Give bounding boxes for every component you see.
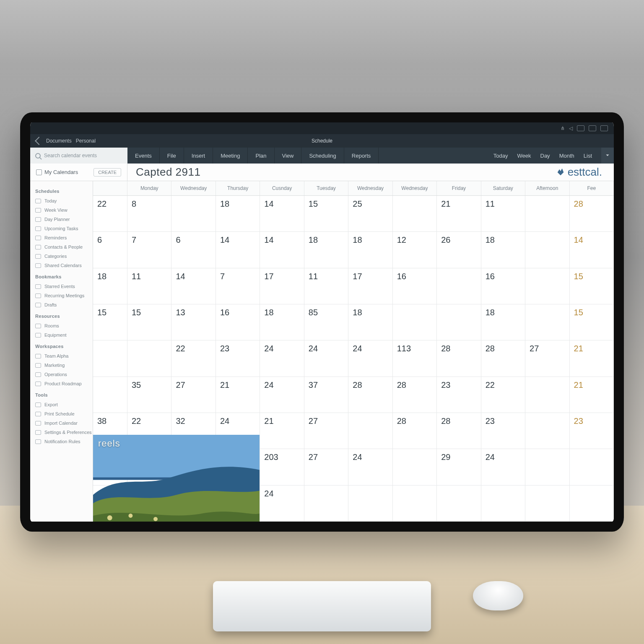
calendar-cell[interactable]: 28 bbox=[437, 340, 481, 377]
calendar-cell[interactable]: 14 bbox=[216, 232, 260, 268]
view-switch-list[interactable]: List bbox=[584, 153, 592, 159]
calendar-cell[interactable]: 28 bbox=[481, 340, 525, 377]
calendar-cell[interactable]: 14 bbox=[260, 232, 304, 268]
calendar-cell[interactable]: 28 bbox=[348, 377, 392, 413]
calendar-cell[interactable]: 18 bbox=[304, 232, 348, 268]
calendar-cell[interactable] bbox=[127, 340, 171, 377]
calendar-cell[interactable]: 18 bbox=[260, 304, 304, 340]
calendar-cell[interactable]: 14 bbox=[171, 268, 216, 304]
calendar-cell[interactable]: 28 bbox=[437, 413, 481, 449]
calendar-cell[interactable] bbox=[570, 449, 614, 485]
menu-tab-plan[interactable]: Plan bbox=[248, 148, 274, 164]
calendar-cell[interactable]: 12 bbox=[393, 232, 437, 268]
search-input[interactable]: Search calendar events bbox=[30, 148, 127, 164]
calendar-cell[interactable] bbox=[525, 196, 569, 232]
calendar-cell[interactable] bbox=[525, 377, 569, 413]
calendar-cell[interactable] bbox=[481, 486, 525, 522]
calendar-cell[interactable]: 203 bbox=[260, 449, 304, 485]
calendar-cell[interactable]: 22 bbox=[171, 340, 216, 377]
sidebar-item[interactable]: Export bbox=[30, 400, 93, 409]
calendar-cell[interactable] bbox=[393, 449, 437, 485]
calendar-cell[interactable]: 24 bbox=[348, 340, 392, 377]
sidebar-item[interactable]: Day Planner bbox=[30, 215, 93, 224]
calendar-cell[interactable] bbox=[171, 196, 216, 232]
calendar-cell[interactable]: 17 bbox=[260, 268, 304, 304]
calendar-cell[interactable]: 16 bbox=[393, 268, 437, 304]
calendar-cell[interactable]: 26 bbox=[437, 232, 481, 268]
sidebar-item[interactable]: Upcoming Tasks bbox=[30, 224, 93, 233]
calendar-cell[interactable]: 14 bbox=[260, 196, 304, 232]
calendar-cell[interactable]: 18 bbox=[93, 268, 127, 304]
calendar-cell[interactable]: 16 bbox=[481, 268, 525, 304]
sidebar-item[interactable]: Product Roadmap bbox=[30, 379, 93, 388]
view-switch-day[interactable]: Day bbox=[540, 153, 550, 159]
sidebar-item[interactable]: Week View bbox=[30, 205, 93, 215]
calendar-cell[interactable]: 23 bbox=[437, 377, 481, 413]
calendar-cell[interactable] bbox=[570, 486, 614, 522]
calendar-cell[interactable]: 24 bbox=[481, 449, 525, 485]
back-icon[interactable] bbox=[35, 137, 43, 145]
calendar-cell[interactable]: 15 bbox=[93, 304, 127, 340]
calendar-cell[interactable]: 23 bbox=[570, 413, 614, 449]
calendar-cell[interactable]: 13 bbox=[171, 304, 216, 340]
calendar-cell[interactable]: 11 bbox=[481, 196, 525, 232]
calendar-cell[interactable]: 15 bbox=[570, 268, 614, 304]
calendar-cell[interactable] bbox=[525, 304, 569, 340]
calendar-cell[interactable]: 21 bbox=[216, 377, 260, 413]
calendar-cell[interactable]: 21 bbox=[570, 377, 614, 413]
calendar-cell[interactable]: 24 bbox=[260, 486, 304, 522]
calendar-cell[interactable] bbox=[525, 232, 569, 268]
calendar-cell[interactable]: 11 bbox=[304, 268, 348, 304]
menu-overflow-button[interactable] bbox=[601, 148, 614, 164]
calendar-cell[interactable] bbox=[348, 413, 392, 449]
calendar-cell[interactable]: 15 bbox=[304, 196, 348, 232]
calendar-cell[interactable] bbox=[393, 304, 437, 340]
sidebar-item[interactable]: Import Calendar bbox=[30, 418, 93, 428]
calendar-cell[interactable]: 16 bbox=[216, 304, 260, 340]
calendar-cell[interactable]: 14 bbox=[570, 232, 614, 268]
calendar-cell[interactable]: 18 bbox=[481, 304, 525, 340]
calendar-cell[interactable] bbox=[525, 486, 569, 522]
calendar-cell[interactable]: 8 bbox=[127, 196, 171, 232]
calendar-cell[interactable]: 24 bbox=[260, 340, 304, 377]
calendar-cell[interactable]: 113 bbox=[393, 340, 437, 377]
calendar-cell[interactable]: 24 bbox=[348, 449, 392, 485]
sidebar-item[interactable]: Shared Calendars bbox=[30, 261, 93, 270]
menu-tab-events[interactable]: Events bbox=[127, 148, 160, 164]
sidebar-item[interactable]: Notification Rules bbox=[30, 437, 93, 446]
menu-tab-reports[interactable]: Reports bbox=[344, 148, 379, 164]
calendar-cell[interactable]: 35 bbox=[127, 377, 171, 413]
calendar-cell[interactable]: 15 bbox=[570, 304, 614, 340]
calendar-cell[interactable]: 15 bbox=[127, 304, 171, 340]
sidebar-item[interactable]: Settings & Preferences bbox=[30, 428, 93, 437]
calendar-cell[interactable]: 85 bbox=[304, 304, 348, 340]
sidebar-item[interactable]: Starred Events bbox=[30, 282, 93, 291]
calendar-cell[interactable]: 6 bbox=[171, 232, 216, 268]
calendar-cell[interactable]: 28 bbox=[570, 196, 614, 232]
calendar-cell[interactable]: 18 bbox=[348, 304, 392, 340]
calendar-cell[interactable]: 22 bbox=[481, 377, 525, 413]
sidebar-item[interactable]: Print Schedule bbox=[30, 409, 93, 418]
calendar-cell[interactable] bbox=[437, 268, 481, 304]
calendar-cell[interactable]: 6 bbox=[93, 232, 127, 268]
calendar-cell[interactable]: 7 bbox=[216, 268, 260, 304]
calendar-cell[interactable] bbox=[304, 486, 348, 522]
sidebar-item[interactable]: Reminders bbox=[30, 233, 93, 242]
sidebar-item[interactable]: Recurring Meetings bbox=[30, 291, 93, 300]
menu-tab-meeting[interactable]: Meeting bbox=[213, 148, 248, 164]
calendar-cell[interactable] bbox=[525, 413, 569, 449]
sidebar-item[interactable]: Categories bbox=[30, 252, 93, 261]
calendar-cell[interactable] bbox=[348, 486, 392, 522]
menu-tab-scheduling[interactable]: Scheduling bbox=[301, 148, 344, 164]
menu-tab-file[interactable]: File bbox=[160, 148, 184, 164]
sidebar-item[interactable]: Today bbox=[30, 196, 93, 205]
featured-image[interactable]: reels bbox=[93, 435, 260, 522]
view-switch-today[interactable]: Today bbox=[493, 153, 508, 159]
calendar-cell[interactable] bbox=[93, 377, 127, 413]
calendar-cell[interactable]: 24 bbox=[304, 340, 348, 377]
calendar-cell[interactable]: 27 bbox=[525, 340, 569, 377]
calendar-cell[interactable]: 25 bbox=[348, 196, 392, 232]
sidebar-item[interactable]: Team Alpha bbox=[30, 351, 93, 361]
view-switch-week[interactable]: Week bbox=[517, 153, 531, 159]
calendar-cell[interactable]: 22 bbox=[93, 196, 127, 232]
